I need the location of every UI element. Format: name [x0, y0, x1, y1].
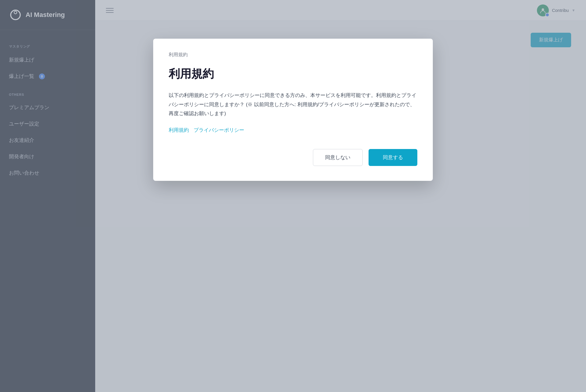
agree-button[interactable]: 同意する [369, 149, 417, 166]
privacy-link[interactable]: プライバシーポリシー [194, 127, 244, 134]
modal-header-small: 利用規約 [169, 52, 417, 58]
modal-links: 利用規約 プライバシーポリシー [169, 127, 417, 134]
modal-overlay: 利用規約 利用規約 以下の利用規約とプライバシーポリシーに同意できる方のみ、本サ… [0, 0, 586, 392]
modal-actions: 同意しない 同意する [169, 149, 417, 166]
terms-link[interactable]: 利用規約 [169, 127, 189, 134]
app-wrapper: AI Mastering マスタリング 新規爆上げ 爆上げ一覧 0 OTHERS… [0, 0, 586, 392]
modal-dialog: 利用規約 利用規約 以下の利用規約とプライバシーポリシーに同意できる方のみ、本サ… [153, 39, 433, 181]
modal-title: 利用規約 [169, 66, 417, 81]
cancel-button[interactable]: 同意しない [313, 149, 363, 166]
modal-body-text: 以下の利用規約とプライバシーポリシーに同意できる方のみ、本サービスを利用可能です… [169, 91, 417, 118]
